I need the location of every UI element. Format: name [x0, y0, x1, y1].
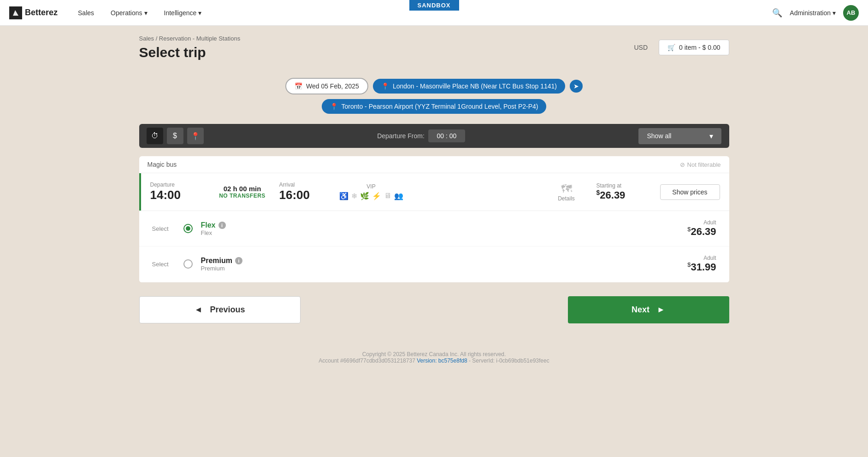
location-from-icon: 📍: [381, 82, 389, 90]
sort-price-button[interactable]: $: [167, 128, 183, 144]
nav-right: 🔍 Administration ▾ AB: [772, 5, 859, 21]
nav-administration[interactable]: Administration ▾: [790, 9, 836, 17]
flex-fare-name: Flex i Flex: [201, 221, 679, 236]
navbar: Betterez SANDBOX Sales Operations ▾ Inte…: [0, 0, 868, 26]
trip-section-header: Magic bus ⊘ Not filterable: [139, 156, 729, 173]
previous-button[interactable]: ◄ Previous: [139, 296, 301, 323]
sort-time-button[interactable]: ⏱: [147, 128, 163, 144]
starting-at: Starting at $26.39: [596, 182, 652, 201]
version-link[interactable]: Version: bc575e8fd8: [417, 357, 467, 364]
sort-location-icon: 📍: [191, 132, 200, 141]
trip-selector: 📅 Wed 05 Feb, 2025 📍 London - Masonville…: [139, 78, 729, 114]
fare-options: Select Flex i Flex Adult $26.39: [139, 211, 729, 282]
breadcrumb: Sales / Reservation - Multiple Stations: [139, 35, 241, 42]
screen-icon: 🖥: [384, 192, 391, 200]
starting-at-price: $26.39: [596, 189, 652, 201]
page-title: Select trip: [139, 45, 241, 60]
logo-icon: [9, 6, 22, 19]
nav-operations[interactable]: Operations ▾: [104, 6, 154, 20]
location-to-icon: 📍: [330, 103, 338, 110]
nav-buttons: ◄ Previous Next ►: [139, 296, 729, 342]
fare-row-flex: Select Flex i Flex Adult $26.39: [139, 211, 729, 246]
cart-icon: 🛒: [667, 44, 675, 51]
premium-info-icon[interactable]: i: [235, 257, 242, 264]
trip-row-bottom: 📍 Toronto - Pearson Airport (YYZ Termina…: [322, 99, 547, 114]
direction-arrow-icon: ➤: [570, 80, 583, 93]
trip-card[interactable]: Departure 14:00 02 h 00 min NO TRANSFERS…: [139, 173, 729, 211]
trip-row-top: 📅 Wed 05 Feb, 2025 📍 London - Masonville…: [285, 78, 583, 94]
vip-section: VIP ♿ ❄ 🌿 ⚡ 🖥 👥: [339, 183, 403, 200]
flex-info-icon[interactable]: i: [218, 222, 226, 229]
logo[interactable]: Betterez: [9, 6, 58, 19]
flex-radio-button[interactable]: [183, 224, 193, 233]
nav-sales[interactable]: Sales: [71, 6, 100, 20]
trip-section: Magic bus ⊘ Not filterable Departure 14:…: [139, 156, 729, 282]
departure-from-label: Departure From:: [377, 132, 425, 140]
footer: Copyright © 2025 Betterez Canada Inc. Al…: [139, 351, 729, 373]
power-icon: ⚡: [372, 192, 381, 200]
prev-arrow-icon: ◄: [195, 305, 203, 315]
departure-time-input[interactable]: [428, 129, 465, 142]
vip-icons: ♿ ❄ 🌿 ⚡ 🖥 👥: [339, 192, 403, 200]
snowflake-icon: ❄: [351, 192, 357, 200]
trip-duration: 02 h 00 min NO TRANSFERS: [210, 185, 275, 199]
intelligence-chevron-icon: ▾: [198, 9, 201, 17]
to-location-pill[interactable]: 📍 Toronto - Pearson Airport (YYZ Termina…: [322, 99, 547, 114]
sort-time-icon: ⏱: [151, 132, 159, 140]
premium-radio-button[interactable]: [183, 259, 193, 269]
no-filter-icon: ⊘: [680, 161, 685, 168]
group-icon: 👥: [394, 192, 403, 200]
next-button[interactable]: Next ►: [568, 296, 729, 323]
map-icon: 🗺: [561, 182, 572, 195]
admin-chevron-icon: ▾: [833, 9, 836, 17]
next-arrow-icon: ►: [657, 305, 665, 315]
calendar-icon: 📅: [295, 82, 302, 90]
logo-text: Betterez: [25, 8, 58, 18]
flex-fare-price: Adult $26.39: [687, 219, 716, 238]
fare-row-premium: Select Premium i Premium Adult $31.99: [139, 246, 729, 282]
main-content: Sales / Reservation - Multiple Stations …: [125, 26, 743, 382]
trip-departure: Departure 14:00: [150, 182, 206, 202]
sort-price-icon: $: [173, 132, 177, 140]
sandbox-banner: SANDBOX: [409, 0, 459, 11]
premium-fare-price: Adult $31.99: [687, 255, 716, 273]
leaf-icon: 🌿: [360, 192, 369, 200]
date-pill[interactable]: 📅 Wed 05 Feb, 2025: [285, 78, 368, 94]
show-all-chevron-icon: ▾: [709, 132, 713, 141]
show-prices-button[interactable]: Show prices: [660, 184, 720, 200]
currency-label: USD: [634, 44, 648, 51]
premium-fare-name: Premium i Premium: [201, 257, 679, 272]
cart-button[interactable]: 🛒 0 item - $ 0.00: [659, 40, 729, 55]
search-icon[interactable]: 🔍: [772, 8, 782, 18]
avatar[interactable]: AB: [843, 5, 859, 21]
from-location-pill[interactable]: 📍 London - Masonville Place NB (Near LTC…: [373, 79, 565, 94]
filter-bar: ⏱ $ 📍 Departure From: Show all ▾: [139, 124, 729, 148]
show-all-button[interactable]: Show all ▾: [638, 128, 721, 144]
provider-name: Magic bus: [148, 161, 177, 168]
trip-arrival: Arrival 16:00: [279, 182, 325, 202]
not-filterable-badge: ⊘ Not filterable: [680, 161, 721, 168]
sort-location-button[interactable]: 📍: [187, 128, 204, 144]
nav-intelligence[interactable]: Intelligence ▾: [158, 6, 208, 20]
details-section[interactable]: 🗺 Details: [550, 182, 583, 202]
operations-chevron-icon: ▾: [144, 9, 148, 17]
wheelchair-icon: ♿: [339, 192, 348, 200]
